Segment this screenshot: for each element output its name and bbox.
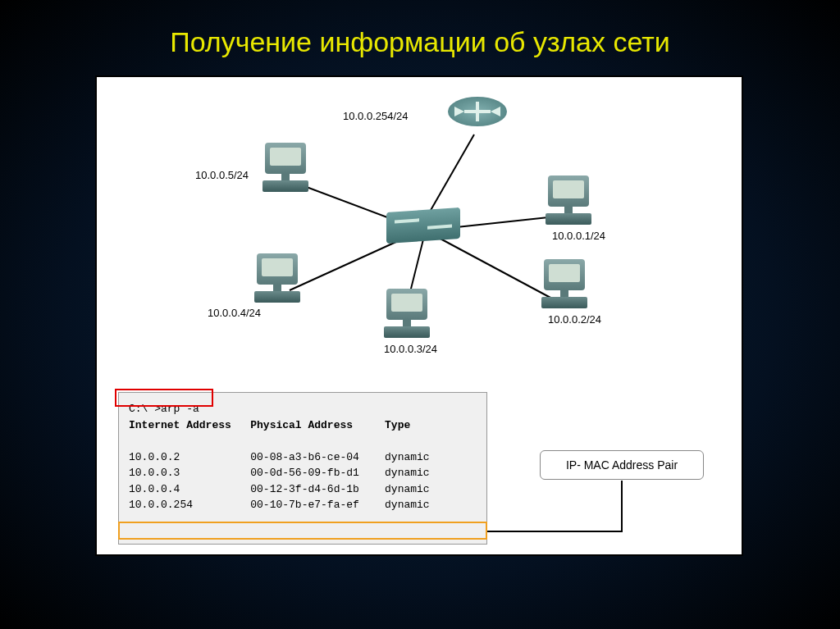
pc4-label: 10.0.0.4/24 — [208, 307, 261, 319]
callout-label: IP- MAC Address Pair — [566, 458, 678, 472]
pc-icon — [382, 289, 431, 338]
pc-icon — [261, 143, 310, 192]
pc2-label: 10.0.0.2/24 — [548, 313, 601, 326]
terminal-command: C:\ >arp -a — [129, 401, 477, 417]
pc-icon — [544, 175, 593, 225]
svg-line-2 — [437, 237, 552, 299]
arp-row: 10.0.0.254 00-10-7b-e7-fa-ef dynamic — [129, 497, 477, 513]
arp-row: 10.0.0.2 00-08-a3-b6-ce-04 dynamic — [129, 449, 477, 466]
router-label: 10.0.0.254/24 — [343, 110, 409, 122]
switch-icon — [386, 207, 460, 244]
terminal-output: C:\ >arp -a Internet Address Physical Ad… — [118, 392, 487, 545]
pc3-label: 10.0.0.3/24 — [384, 343, 437, 355]
diagram-frame: 10.0.0.254/24 10.0.0.5/24 10.0.0.1/24 10… — [95, 75, 743, 556]
pc1-label: 10.0.0.1/24 — [552, 230, 605, 242]
arp-row: 10.0.0.4 00-12-3f-d4-6d-1b dynamic — [129, 481, 477, 498]
router-icon — [448, 97, 507, 126]
pc5-label: 10.0.0.5/24 — [195, 169, 249, 181]
svg-line-4 — [290, 237, 407, 290]
pc-icon — [253, 253, 302, 303]
pc-icon — [540, 259, 589, 308]
callout-box: IP- MAC Address Pair — [540, 450, 704, 480]
slide-title: Получение информации об узлах сети — [0, 0, 840, 58]
terminal-headers: Internet Address Physical Address Type — [129, 417, 477, 434]
arp-row: 10.0.0.3 00-0d-56-09-fb-d1 dynamic — [129, 465, 477, 481]
